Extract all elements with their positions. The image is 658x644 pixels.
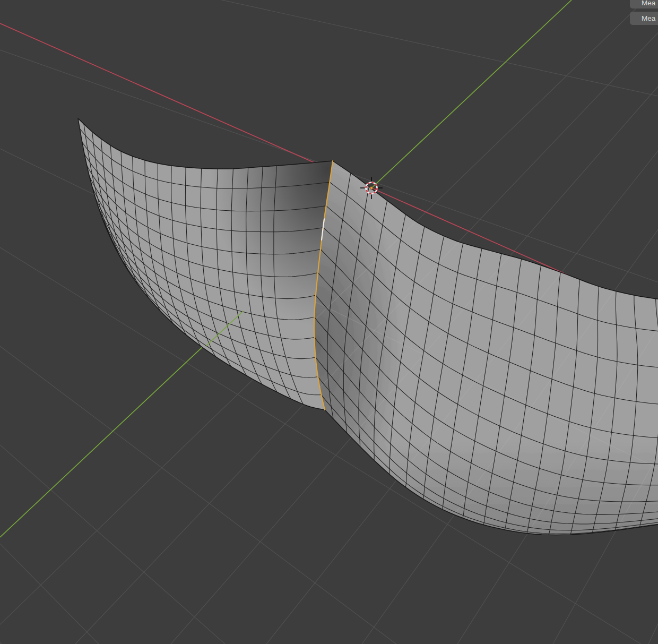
measure-button-2-label: Mea [642,14,655,22]
measure-button-2[interactable]: Mea [630,12,658,25]
viewport-canvas[interactable] [0,0,658,644]
measure-button-1-label: Mea [642,0,655,7]
3d-viewport[interactable]: Mea Mea [0,0,658,644]
measure-button-1[interactable]: Mea [630,0,658,8]
